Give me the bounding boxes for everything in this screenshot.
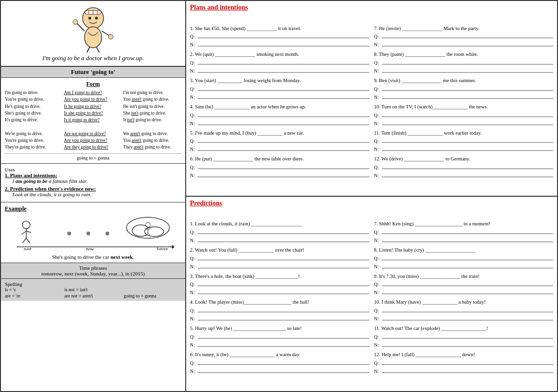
pred-item-7-q: Q: bbox=[374, 228, 554, 236]
pred-item-11-text: 11. Watch out! The car (explode) _______… bbox=[374, 325, 554, 332]
svg-line-8 bbox=[76, 23, 84, 31]
pred-item-7: 7. Shhh! Ken (sing) ___________________ … bbox=[374, 220, 554, 244]
pred-item-12: 12. Help me! I (fall) __________________… bbox=[374, 351, 554, 375]
plans-item-4-text: 4. Sam (be) ______________ an actor when… bbox=[190, 103, 369, 111]
timeline-area: past now future bbox=[5, 212, 181, 252]
plans-item-12-q: Q: bbox=[374, 163, 554, 171]
plans-item-9-q: Q: bbox=[374, 85, 554, 93]
svg-point-11 bbox=[108, 34, 113, 39]
plans-item-7-q: Q: bbox=[374, 32, 554, 40]
pred-item-4-n: N: bbox=[190, 315, 369, 322]
svg-marker-33 bbox=[172, 245, 174, 249]
form-cell: You aren't going to drive. bbox=[123, 138, 181, 144]
pred-item-4-text: 4. Look! The player (miss)______________… bbox=[190, 298, 369, 306]
plans-item-5-n: N: bbox=[190, 145, 369, 153]
form-cell: They aren't going to drive. bbox=[123, 144, 181, 150]
plans-item-7-n: N: bbox=[374, 41, 554, 48]
plans-item-8-q: Q: bbox=[374, 59, 554, 66]
plans-item-7-text: 7. He (invite) ________________ Mark to … bbox=[374, 25, 554, 32]
form-cell: She's going to drive. bbox=[5, 110, 63, 117]
spell-cell: are not = aren't bbox=[64, 293, 122, 298]
pred-item-2-n: N: bbox=[190, 263, 369, 270]
form-cell: I'm not going to drive. bbox=[123, 90, 181, 96]
gonna-note: going to = gonna bbox=[5, 153, 181, 160]
pred-item-6: 6. It's sunny, it (be) _________________… bbox=[190, 351, 369, 375]
plans-item-1: 1. She has €50. She (spend) ____________… bbox=[190, 25, 369, 49]
pred-item-11-n: N: bbox=[374, 341, 554, 349]
plans-item-8-n: N: bbox=[374, 67, 554, 74]
svg-line-18 bbox=[22, 238, 26, 243]
pred-col2: 7. Shhh! Ken (sing) ___________________ … bbox=[374, 220, 554, 388]
left-panel: I'm going to be a doctor when I grow up.… bbox=[0, 0, 186, 392]
plans-item-9-text: 9. Ben (visit) ________________ me this … bbox=[374, 77, 554, 85]
spelling-grid: is = 's is not = isn't are = 're are not… bbox=[5, 287, 181, 298]
spelling-title: Spelling bbox=[5, 281, 181, 287]
plans-item-8-text: 8. They (paint) ________________ the roo… bbox=[374, 51, 554, 58]
form-cell: Is he going to drive? bbox=[64, 104, 122, 110]
pred-item-6-q: Q: bbox=[190, 359, 369, 367]
pred-item-7-n: N: bbox=[374, 236, 554, 244]
form-spacer bbox=[5, 124, 63, 130]
plans-item-7: 7. He (invite) ________________ Mark to … bbox=[374, 25, 554, 49]
pred-item-5: 5. Hurry up! We (be) ___________________… bbox=[190, 325, 369, 349]
form-section: Form I'm going to drive. Am I going to d… bbox=[1, 78, 185, 164]
svg-text:future: future bbox=[157, 246, 168, 250]
plans-item-12-text: 12. We (drive) ________________ to Germa… bbox=[374, 155, 554, 163]
example-label: Example bbox=[5, 205, 181, 212]
pred-item-4: 4. Look! The player (miss)______________… bbox=[190, 298, 369, 322]
pred-item-10-q: Q: bbox=[374, 307, 554, 314]
form-cell: I'm going to drive. bbox=[5, 90, 63, 96]
form-title: Form bbox=[5, 81, 181, 88]
predictions-section: Predictions 1. Look at the clouds, it (r… bbox=[186, 197, 557, 392]
use2-example: Look at the clouds, it is going to rain. bbox=[12, 191, 181, 197]
use1-label: 1. Plans and intentions: bbox=[5, 172, 57, 178]
pred-item-9-text: 9. It's 7.30, you (miss) _______________… bbox=[374, 273, 554, 280]
form-cell: It's going to drive. bbox=[5, 117, 63, 123]
plans-item-11: 11. Tom (finish) ______________ work ear… bbox=[374, 129, 554, 153]
plans-item-9: 9. Ben (visit) ________________ me this … bbox=[374, 77, 554, 101]
pred-item-12-n: N: bbox=[374, 367, 554, 375]
plans-item-9-n: N: bbox=[374, 93, 554, 101]
spell-cell bbox=[124, 287, 181, 292]
pred-col1: 1. Look at the clouds, it (rain) _______… bbox=[190, 220, 369, 388]
svg-text:past: past bbox=[24, 246, 32, 250]
plans-item-2-text: 2. We (quit) ________________ smoking ne… bbox=[190, 51, 369, 58]
plans-item-10-text: 10. Turn on the TV, I (watch)___________… bbox=[374, 103, 554, 111]
svg-line-12 bbox=[87, 47, 90, 53]
svg-point-22 bbox=[105, 232, 109, 235]
pred-item-1-q: Q: bbox=[190, 228, 369, 236]
uses-section: Uses 1. Plans and intentions: I am going… bbox=[1, 164, 185, 202]
plans-item-4-q: Q: bbox=[190, 111, 369, 119]
svg-line-19 bbox=[26, 238, 30, 243]
pred-item-1-n: N: bbox=[190, 236, 369, 244]
svg-line-17 bbox=[26, 231, 31, 233]
pred-item-4-q: Q: bbox=[190, 307, 369, 314]
plans-item-6-n: N: bbox=[190, 171, 369, 179]
plans-item-6-q: Q: bbox=[190, 163, 369, 171]
svg-line-13 bbox=[96, 47, 99, 53]
pred-item-1-text: 1. Look at the clouds, it (rain) _______… bbox=[190, 220, 369, 228]
plans-item-2: 2. We (quit) ________________ smoking ne… bbox=[190, 51, 369, 74]
plans-item-4: 4. Sam (be) ______________ an actor when… bbox=[190, 103, 369, 127]
plans-item-5-q: Q: bbox=[190, 137, 369, 145]
pred-item-5-q: Q: bbox=[190, 333, 369, 340]
form-cell: Is it going to drive? bbox=[64, 117, 122, 123]
plans-item-6: 6. He (put) ________________ the new tab… bbox=[190, 155, 369, 179]
plans-item-3-n: N: bbox=[190, 93, 369, 101]
pred-item-3-text: 3. There's a hole, the boat (sink) _____… bbox=[190, 273, 369, 280]
pred-item-12-q: Q: bbox=[374, 359, 554, 367]
pred-item-5-n: N: bbox=[190, 341, 369, 349]
plans-item-1-n: N: bbox=[190, 41, 369, 48]
plans-item-10-n: N: bbox=[374, 119, 554, 127]
plans-item-2-q: Q: bbox=[190, 59, 369, 66]
plans-item-11-text: 11. Tom (finish) ______________ work ear… bbox=[374, 129, 554, 137]
pred-item-3-n: N: bbox=[190, 288, 369, 296]
pred-item-7-text: 7. Shhh! Ken (sing) ___________________ … bbox=[374, 220, 554, 228]
pred-item-9: 9. It's 7.30, you (miss) _______________… bbox=[374, 273, 554, 297]
cartoon-doctor bbox=[62, 5, 124, 53]
pred-item-3-q: Q: bbox=[190, 280, 369, 288]
svg-point-21 bbox=[86, 232, 90, 235]
svg-point-25 bbox=[145, 227, 164, 236]
form-cell: They're going to drive. bbox=[5, 144, 63, 150]
plans-item-4-n: N: bbox=[190, 119, 369, 127]
